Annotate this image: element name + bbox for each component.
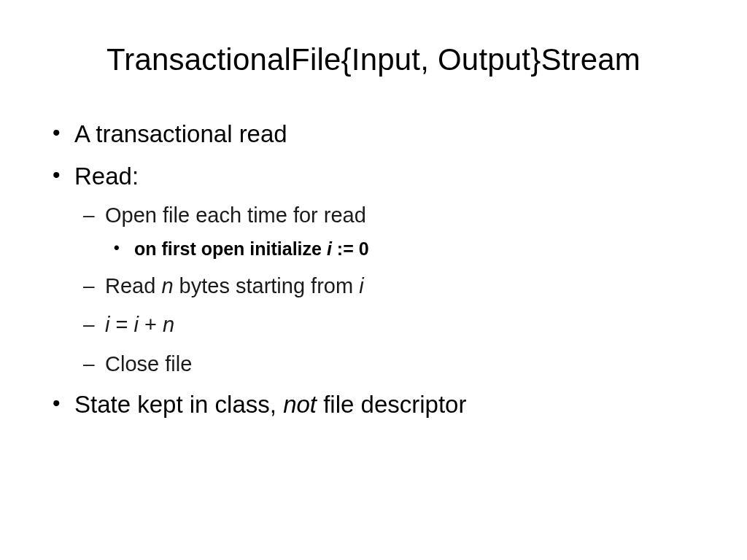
italic-var: i — [327, 238, 332, 259]
italic-var: i — [359, 274, 363, 298]
bullet-text: Read: — [74, 163, 139, 190]
sub-bullet-list: Open file each time for read on first op… — [74, 200, 696, 381]
text-run: bytes starting from — [174, 274, 360, 298]
sub-bullet-item: Open file each time for read on first op… — [105, 200, 696, 263]
sub-sub-bullet-item: on first open initialize i := 0 — [134, 236, 696, 263]
text-run: State kept in class, — [74, 391, 283, 418]
slide: TransactionalFile{Input, Output}Stream A… — [0, 0, 747, 560]
bullet-item: A transactional read — [74, 117, 696, 152]
text-run: + — [139, 313, 163, 336]
text-run: Read — [105, 274, 161, 298]
italic-var: n — [163, 313, 174, 336]
slide-title: TransactionalFile{Input, Output}Stream — [51, 42, 696, 77]
sub-bullet-text: Open file each time for read — [105, 203, 366, 227]
bullet-list: A transactional read Read: Open file eac… — [51, 117, 696, 422]
text-run: := 0 — [332, 238, 369, 259]
italic-var: n — [161, 274, 173, 298]
sub-bullet-text: Close file — [105, 352, 192, 376]
italic-word: not — [283, 391, 317, 418]
text-run: on first open initialize — [134, 238, 327, 259]
bullet-item: State kept in class, not file descriptor — [74, 387, 696, 422]
text-run: file descriptor — [317, 391, 466, 418]
sub-bullet-item: Read n bytes starting from i — [105, 271, 696, 303]
text-run: = — [109, 313, 133, 336]
bullet-text: A transactional read — [74, 120, 287, 147]
sub-bullet-item: i = i + n — [105, 309, 696, 341]
sub-sub-bullet-list: on first open initialize i := 0 — [105, 236, 696, 263]
bullet-item: Read: Open file each time for read on fi… — [74, 159, 696, 380]
sub-bullet-item: Close file — [105, 349, 696, 381]
